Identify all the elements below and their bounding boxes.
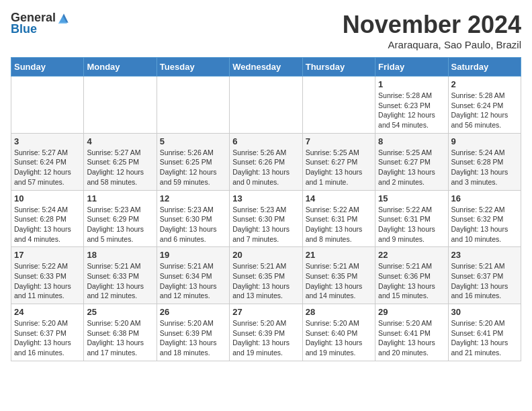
day-number: 12 [160, 193, 226, 203]
month-title: November 2024 [343, 11, 521, 39]
day-detail: Sunrise: 5:20 AMSunset: 6:40 PMDaylight:… [306, 318, 372, 358]
calendar-cell: 20Sunrise: 5:21 AMSunset: 6:35 PMDayligh… [230, 247, 302, 304]
day-number: 10 [14, 193, 81, 203]
day-detail: Sunrise: 5:20 AMSunset: 6:41 PMDaylight:… [451, 318, 518, 358]
day-number: 17 [14, 250, 81, 260]
calendar-cell: 27Sunrise: 5:20 AMSunset: 6:39 PMDayligh… [230, 304, 302, 361]
logo-blue-text: Blue [11, 22, 37, 36]
day-detail: Sunrise: 5:27 AMSunset: 6:25 PMDaylight:… [87, 148, 153, 187]
weekday-header-saturday: Saturday [448, 58, 521, 77]
calendar-cell: 7Sunrise: 5:25 AMSunset: 6:27 PMDaylight… [302, 133, 375, 190]
calendar-cell: 21Sunrise: 5:21 AMSunset: 6:35 PMDayligh… [302, 247, 375, 304]
day-number: 9 [451, 136, 518, 146]
day-number: 20 [232, 250, 299, 260]
day-detail: Sunrise: 5:28 AMSunset: 6:24 PMDaylight:… [451, 91, 518, 130]
day-number: 1 [378, 79, 445, 89]
calendar-cell: 4Sunrise: 5:27 AMSunset: 6:25 PMDaylight… [84, 133, 157, 190]
calendar-header-row: SundayMondayTuesdayWednesdayThursdayFrid… [11, 58, 521, 77]
day-number: 2 [451, 79, 518, 89]
calendar-cell: 19Sunrise: 5:21 AMSunset: 6:34 PMDayligh… [157, 247, 229, 304]
calendar-cell: 11Sunrise: 5:23 AMSunset: 6:29 PMDayligh… [84, 190, 157, 247]
calendar-cell: 30Sunrise: 5:20 AMSunset: 6:41 PMDayligh… [448, 304, 521, 361]
calendar-cell [157, 77, 229, 134]
calendar-cell: 13Sunrise: 5:23 AMSunset: 6:30 PMDayligh… [230, 190, 302, 247]
day-detail: Sunrise: 5:24 AMSunset: 6:28 PMDaylight:… [451, 148, 518, 187]
day-detail: Sunrise: 5:22 AMSunset: 6:32 PMDaylight:… [451, 205, 518, 244]
weekday-header-tuesday: Tuesday [157, 58, 229, 77]
calendar-cell: 2Sunrise: 5:28 AMSunset: 6:24 PMDaylight… [448, 77, 521, 134]
calendar-cell: 22Sunrise: 5:21 AMSunset: 6:36 PMDayligh… [375, 247, 448, 304]
day-detail: Sunrise: 5:22 AMSunset: 6:31 PMDaylight:… [306, 205, 372, 244]
calendar-cell: 17Sunrise: 5:22 AMSunset: 6:33 PMDayligh… [11, 247, 84, 304]
calendar-cell: 1Sunrise: 5:28 AMSunset: 6:23 PMDaylight… [375, 77, 448, 134]
calendar-week-3: 10Sunrise: 5:24 AMSunset: 6:28 PMDayligh… [11, 190, 521, 247]
day-detail: Sunrise: 5:26 AMSunset: 6:25 PMDaylight:… [160, 148, 226, 187]
day-number: 13 [232, 193, 299, 203]
day-detail: Sunrise: 5:24 AMSunset: 6:28 PMDaylight:… [14, 205, 81, 244]
day-detail: Sunrise: 5:21 AMSunset: 6:34 PMDaylight:… [160, 261, 226, 301]
calendar-cell: 24Sunrise: 5:20 AMSunset: 6:37 PMDayligh… [11, 304, 84, 361]
day-number: 19 [160, 250, 226, 260]
day-detail: Sunrise: 5:22 AMSunset: 6:31 PMDaylight:… [378, 205, 445, 244]
day-number: 23 [451, 250, 518, 260]
calendar-cell [84, 77, 157, 134]
day-detail: Sunrise: 5:22 AMSunset: 6:33 PMDaylight:… [14, 261, 81, 301]
day-number: 8 [378, 136, 445, 146]
day-detail: Sunrise: 5:20 AMSunset: 6:41 PMDaylight:… [378, 318, 445, 358]
calendar-cell [302, 77, 375, 134]
day-detail: Sunrise: 5:20 AMSunset: 6:38 PMDaylight:… [87, 318, 153, 358]
calendar-cell: 26Sunrise: 5:20 AMSunset: 6:39 PMDayligh… [157, 304, 229, 361]
logo-icon [57, 11, 71, 25]
day-detail: Sunrise: 5:21 AMSunset: 6:33 PMDaylight:… [87, 261, 153, 301]
day-number: 16 [451, 193, 518, 203]
day-number: 24 [14, 307, 81, 317]
calendar-cell: 10Sunrise: 5:24 AMSunset: 6:28 PMDayligh… [11, 190, 84, 247]
weekday-header-monday: Monday [84, 58, 157, 77]
day-number: 28 [306, 307, 372, 317]
calendar-week-2: 3Sunrise: 5:27 AMSunset: 6:24 PMDaylight… [11, 133, 521, 190]
day-number: 29 [378, 307, 445, 317]
day-detail: Sunrise: 5:25 AMSunset: 6:27 PMDaylight:… [378, 148, 445, 187]
weekday-header-wednesday: Wednesday [230, 58, 302, 77]
weekday-header-friday: Friday [375, 58, 448, 77]
calendar-cell [230, 77, 302, 134]
day-detail: Sunrise: 5:20 AMSunset: 6:37 PMDaylight:… [14, 318, 81, 358]
day-number: 11 [87, 193, 153, 203]
calendar-week-4: 17Sunrise: 5:22 AMSunset: 6:33 PMDayligh… [11, 247, 521, 304]
page-header: General Blue November 2024 Araraquara, S… [11, 11, 521, 50]
day-number: 6 [232, 136, 299, 146]
day-number: 18 [87, 250, 153, 260]
day-number: 4 [87, 136, 153, 146]
calendar-cell: 6Sunrise: 5:26 AMSunset: 6:26 PMDaylight… [230, 133, 302, 190]
day-number: 30 [451, 307, 518, 317]
day-number: 21 [306, 250, 372, 260]
day-detail: Sunrise: 5:25 AMSunset: 6:27 PMDaylight:… [306, 148, 372, 187]
day-detail: Sunrise: 5:23 AMSunset: 6:29 PMDaylight:… [87, 205, 153, 244]
calendar-cell: 15Sunrise: 5:22 AMSunset: 6:31 PMDayligh… [375, 190, 448, 247]
calendar-cell: 28Sunrise: 5:20 AMSunset: 6:40 PMDayligh… [302, 304, 375, 361]
calendar-cell: 8Sunrise: 5:25 AMSunset: 6:27 PMDaylight… [375, 133, 448, 190]
calendar-week-1: 1Sunrise: 5:28 AMSunset: 6:23 PMDaylight… [11, 77, 521, 134]
day-number: 7 [306, 136, 372, 146]
day-detail: Sunrise: 5:20 AMSunset: 6:39 PMDaylight:… [160, 318, 226, 358]
weekday-header-sunday: Sunday [11, 58, 84, 77]
day-detail: Sunrise: 5:21 AMSunset: 6:37 PMDaylight:… [451, 261, 518, 301]
calendar-cell: 3Sunrise: 5:27 AMSunset: 6:24 PMDaylight… [11, 133, 84, 190]
day-number: 3 [14, 136, 81, 146]
day-detail: Sunrise: 5:20 AMSunset: 6:39 PMDaylight:… [232, 318, 299, 358]
day-detail: Sunrise: 5:23 AMSunset: 6:30 PMDaylight:… [160, 205, 226, 244]
calendar-cell: 25Sunrise: 5:20 AMSunset: 6:38 PMDayligh… [84, 304, 157, 361]
calendar-cell: 14Sunrise: 5:22 AMSunset: 6:31 PMDayligh… [302, 190, 375, 247]
weekday-header-thursday: Thursday [302, 58, 375, 77]
day-detail: Sunrise: 5:26 AMSunset: 6:26 PMDaylight:… [232, 148, 299, 187]
calendar-week-5: 24Sunrise: 5:20 AMSunset: 6:37 PMDayligh… [11, 304, 521, 361]
day-detail: Sunrise: 5:27 AMSunset: 6:24 PMDaylight:… [14, 148, 81, 187]
day-number: 15 [378, 193, 445, 203]
day-number: 5 [160, 136, 226, 146]
calendar-cell: 9Sunrise: 5:24 AMSunset: 6:28 PMDaylight… [448, 133, 521, 190]
day-detail: Sunrise: 5:21 AMSunset: 6:36 PMDaylight:… [378, 261, 445, 301]
day-number: 14 [306, 193, 372, 203]
day-number: 22 [378, 250, 445, 260]
calendar-cell: 18Sunrise: 5:21 AMSunset: 6:33 PMDayligh… [84, 247, 157, 304]
day-detail: Sunrise: 5:21 AMSunset: 6:35 PMDaylight:… [232, 261, 299, 301]
